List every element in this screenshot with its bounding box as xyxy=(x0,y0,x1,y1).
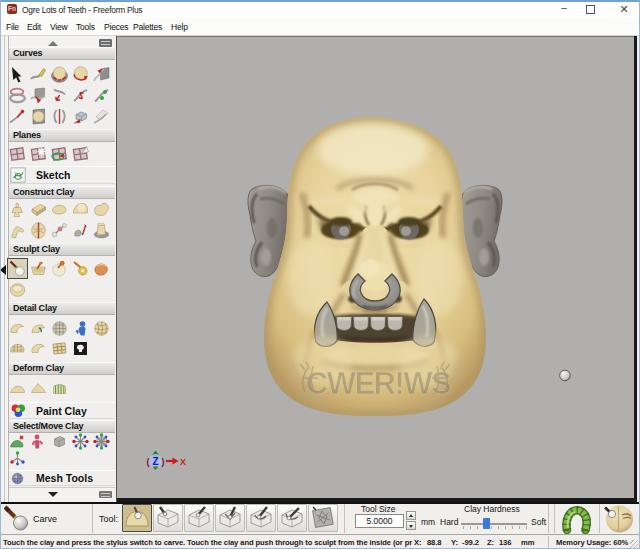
svg-text:CWER!WS: CWER!WS xyxy=(306,366,451,401)
svg-text:Z: Z xyxy=(152,456,158,467)
svg-text:(: ( xyxy=(147,457,150,467)
svg-text:): ) xyxy=(162,457,165,467)
svg-text:X: X xyxy=(180,457,186,467)
